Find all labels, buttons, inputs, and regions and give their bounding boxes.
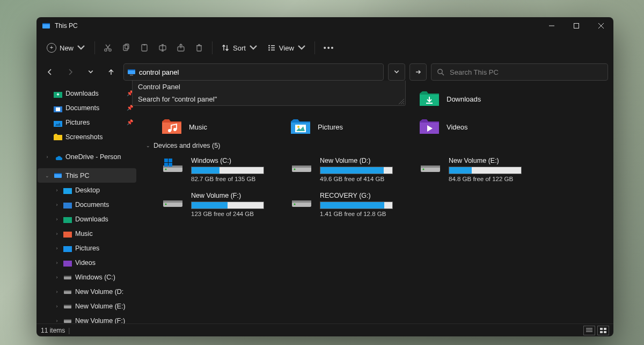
folder-videos[interactable]: Videos [404,115,532,139]
folder-downloads[interactable]: Downloads [404,87,532,111]
sidebar-item-sub-pictures[interactable]: ›Pictures [38,241,136,255]
item-count: 11 items [41,327,65,334]
drive-name: New Volume (D:) [320,157,393,164]
sidebar-item-vold[interactable]: ›New Volume (D: [38,284,136,299]
rename-button[interactable] [154,38,171,58]
drive-icon [162,157,184,173]
svg-rect-29 [128,69,135,70]
dropdown-item[interactable]: Control Panel [133,81,405,93]
sidebar-item-windowsc[interactable]: ›Windows (C:) [38,270,136,284]
address-history-button[interactable] [388,63,405,81]
go-button[interactable] [409,63,427,81]
svg-rect-73 [164,163,168,167]
folder-pictures[interactable]: Pictures [275,115,404,139]
sidebar-item-vole[interactable]: ›New Volume (E:) [38,299,136,313]
delete-button[interactable] [191,38,208,58]
svg-rect-43 [63,246,72,252]
sidebar-item-screenshots[interactable]: Screenshots [38,130,136,144]
new-button[interactable]: + New [42,38,90,58]
svg-point-86 [294,204,296,205]
drives-header[interactable]: ⌄Devices and drives (5) [146,142,605,149]
drive-icon [291,192,312,208]
address-input[interactable] [139,68,380,76]
drive-icon [162,192,184,208]
view-button[interactable]: View [263,38,310,58]
search-box[interactable]: Search This PC [431,63,608,81]
share-button[interactable] [172,38,189,58]
details-view-button[interactable] [583,326,595,335]
svg-point-77 [294,169,296,170]
pin-icon: 📌 [127,119,133,125]
drive-item[interactable]: New Volume (F:)123 GB free of 244 GB [146,190,275,219]
sidebar-item-thispc[interactable]: ⌄This PC [38,168,136,183]
svg-point-31 [438,69,442,74]
recent-button[interactable] [83,64,99,80]
explorer-window: This PC + New Sort View ••• [36,17,613,336]
svg-rect-48 [64,290,71,291]
drive-bar [449,167,522,174]
pin-icon: 📌 [127,105,133,111]
sidebar-item-downloads[interactable]: Downloads📌 [38,86,136,100]
svg-rect-79 [421,166,440,168]
resize-grip-icon[interactable] [399,99,404,104]
titlebar: This PC [36,17,613,34]
drive-name: Windows (C:) [191,157,264,164]
cut-button[interactable] [99,38,116,58]
drive-bar [320,167,393,174]
drive-item[interactable]: RECOVERY (G:)1.41 GB free of 12.8 GB [275,190,404,219]
svg-rect-61 [162,123,181,134]
window-title: This PC [55,22,78,30]
svg-rect-38 [54,173,62,174]
drive-icon [291,157,312,173]
svg-rect-93 [604,331,606,333]
sidebar-item-volf[interactable]: ›New Volume (F:) [38,313,136,324]
svg-point-22 [268,45,270,47]
expand-icon[interactable]: › [44,154,50,160]
svg-rect-92 [600,331,603,333]
drive-free: 123 GB free of 244 GB [191,211,264,217]
drive-bar [191,167,264,174]
svg-rect-13 [143,44,145,46]
folder-music[interactable]: Music [146,115,275,139]
drive-icon [420,157,441,173]
search-placeholder: Search This PC [450,68,499,76]
svg-rect-44 [63,261,72,267]
close-button[interactable] [589,17,613,34]
svg-rect-3 [574,24,579,28]
sidebar-item-videos[interactable]: ›Videos [38,255,136,270]
icons-view-button[interactable] [597,326,609,335]
svg-rect-85 [292,200,311,203]
svg-rect-90 [600,328,603,330]
sidebar-item-sub-documents[interactable]: ›Documents [38,197,136,212]
copy-button[interactable] [118,38,135,58]
sort-button[interactable]: Sort [217,38,262,58]
content-area: Desktop Documents Downloads Music Pictur… [137,83,613,324]
sidebar-item-music[interactable]: ›Music [38,226,136,241]
back-button[interactable] [42,64,58,80]
sidebar-item-documents[interactable]: Documents📌 [38,100,136,115]
paste-button[interactable] [136,38,153,58]
svg-point-83 [165,204,167,205]
dropdown-item[interactable]: Search for "control panel" [133,93,405,105]
drive-item[interactable]: New Volume (D:)49.6 GB free of 414 GB [275,155,404,184]
drive-item[interactable]: New Volume (E:)84.8 GB free of 122 GB [404,155,532,184]
maximize-button[interactable] [564,17,589,34]
navigation-row: Control Panel Search for "control panel"… [36,61,613,83]
collapse-icon[interactable]: ⌄ [44,173,50,178]
sidebar-item-sub-downloads[interactable]: ›Downloads [38,212,136,226]
svg-rect-19 [197,46,201,51]
more-button[interactable]: ••• [319,38,339,58]
sidebar-item-pictures[interactable]: Pictures📌 [38,115,136,130]
svg-point-66 [297,126,299,128]
sidebar-item-desktop[interactable]: ›Desktop [38,183,136,197]
forward-button[interactable] [62,64,78,80]
drive-item[interactable]: Windows (C:)82.7 GB free of 135 GB [146,155,275,184]
svg-rect-40 [63,203,72,209]
svg-point-70 [165,169,167,170]
up-button[interactable] [103,64,119,80]
drive-name: New Volume (F:) [191,192,264,199]
minimize-button[interactable] [539,17,564,34]
sidebar-item-onedrive[interactable]: ›OneDrive - Person [38,149,136,164]
address-bar[interactable] [123,63,384,81]
svg-rect-39 [63,188,72,194]
